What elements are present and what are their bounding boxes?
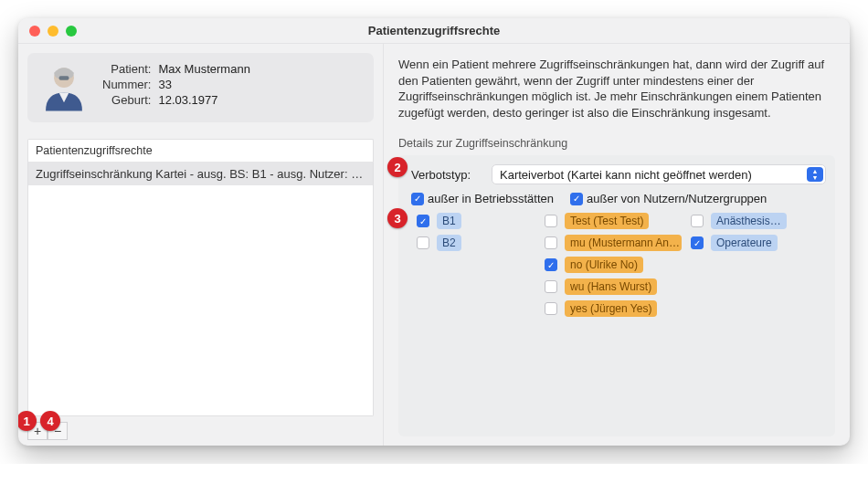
- right-pane: Wenn ein Patient mehrere Zugriffseinschr…: [384, 44, 850, 446]
- user-tag-2[interactable]: no (Ulrike No): [565, 257, 643, 273]
- window-title: Patientenzugriffsrechte: [18, 24, 850, 37]
- col-users: Test (Test Test) mu (Mustermann An… no (…: [545, 213, 682, 322]
- titlebar: Patientenzugriffsrechte: [18, 18, 850, 44]
- minimize-icon[interactable]: [48, 26, 58, 37]
- selection-columns: B1 B2 Test (Test Test) mu (Mustermann An…: [408, 213, 826, 322]
- svg-rect-1: [59, 76, 69, 80]
- value-number: 33: [158, 78, 249, 91]
- bs-tag-1[interactable]: B2: [437, 235, 461, 251]
- user-tag-3[interactable]: wu (Hans Wurst): [565, 278, 657, 295]
- user-tag-0[interactable]: Test (Test Test): [565, 213, 649, 229]
- details-panel: 2 Verbotstyp: Karteiverbot (Kartei kann …: [398, 155, 835, 436]
- value-birth: 12.03.1977: [158, 93, 249, 107]
- user-check-4[interactable]: [545, 302, 557, 315]
- except-bs-label: außer in Betriebsstätten: [428, 192, 554, 205]
- bs-tag-0[interactable]: B1: [437, 213, 461, 229]
- label-birth: Geburt:: [102, 93, 151, 107]
- list-header: Patientenzugriffsrechte: [27, 139, 374, 162]
- window-body: Patient: Max Mustermann Nummer: 33 Gebur…: [18, 44, 850, 446]
- group-check-1[interactable]: [691, 236, 704, 249]
- traffic-lights: [18, 26, 77, 37]
- callout-2: 2: [387, 157, 408, 177]
- user-check-0[interactable]: [545, 215, 557, 227]
- label-patient: Patient:: [102, 62, 151, 76]
- close-icon[interactable]: [29, 26, 40, 37]
- bs-check-1[interactable]: [417, 236, 429, 249]
- restriction-list[interactable]: Zugriffseinschränkung Kartei - ausg. BS:…: [27, 162, 374, 416]
- verbotstyp-label: Verbotstyp:: [411, 168, 484, 182]
- label-number: Nummer:: [102, 78, 151, 91]
- group-tag-0[interactable]: Anästhesis…: [711, 213, 787, 229]
- callout-3: 3: [387, 208, 408, 228]
- user-tag-4[interactable]: yes (Jürgen Yes): [565, 300, 657, 317]
- except-bs-checkbox[interactable]: [411, 193, 424, 205]
- window: Patientenzugriffsrechte Patient: Max Mus…: [18, 18, 850, 446]
- left-pane: Patient: Max Mustermann Nummer: 33 Gebur…: [18, 44, 384, 446]
- bs-check-0[interactable]: [417, 215, 429, 227]
- group-check-0[interactable]: [691, 215, 704, 227]
- except-users-checkbox[interactable]: [570, 193, 583, 205]
- patient-card: Patient: Max Mustermann Nummer: 33 Gebur…: [27, 53, 374, 122]
- user-check-1[interactable]: [545, 236, 557, 249]
- col-bs: B1 B2: [417, 213, 535, 322]
- user-check-2[interactable]: [545, 258, 557, 271]
- list-item[interactable]: Zugriffseinschränkung Kartei - ausg. BS:…: [28, 163, 373, 185]
- add-remove-bar: 1 + 4 −: [27, 422, 374, 440]
- patient-info: Patient: Max Mustermann Nummer: 33 Gebur…: [102, 60, 250, 107]
- col-groups: Anästhesis… Operateure: [691, 213, 826, 322]
- value-patient: Max Mustermann: [158, 62, 249, 76]
- user-check-3[interactable]: [545, 280, 557, 293]
- group-tag-1[interactable]: Operateure: [711, 235, 778, 251]
- bs-row-0: B1: [417, 213, 535, 229]
- zoom-icon[interactable]: [66, 26, 77, 37]
- callout-4: 4: [40, 411, 60, 431]
- patient-avatar-icon: [37, 60, 91, 115]
- except-users-label: außer von Nutzern/Nutzergruppen: [587, 192, 767, 205]
- verbotstyp-value: Karteiverbot (Kartei kann nicht geöffnet…: [500, 168, 752, 182]
- user-tag-1[interactable]: mu (Mustermann An…: [565, 235, 682, 251]
- bs-row-1: B2: [417, 235, 535, 251]
- verbotstyp-select[interactable]: Karteiverbot (Kartei kann nicht geöffnet…: [492, 164, 826, 184]
- info-text: Wenn ein Patient mehrere Zugriffseinschr…: [398, 57, 835, 121]
- verbotstyp-row: Verbotstyp: Karteiverbot (Kartei kann ni…: [408, 164, 826, 184]
- chevron-updown-icon: ▲▼: [807, 167, 823, 182]
- except-row: außer in Betriebsstätten außer von Nutze…: [408, 192, 826, 205]
- details-section-label: Details zur Zugriffseinschränkung: [398, 137, 835, 150]
